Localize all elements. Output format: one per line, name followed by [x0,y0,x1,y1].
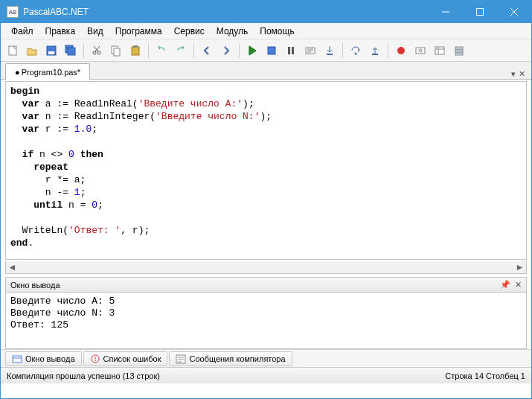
bottom-tab-icon-0 [12,354,22,364]
open-file-button[interactable] [23,42,41,60]
bottom-tab-1[interactable]: Список ошибок [83,351,168,366]
svg-rect-25 [435,47,444,54]
step-into-icon [324,45,336,57]
app-title: PascalABC.NET [23,7,429,17]
svg-rect-21 [372,54,378,55]
code-editor[interactable]: begin var a := ReadlnReal('Введите число… [5,81,527,260]
compile-button[interactable] [301,42,319,60]
svg-rect-8 [68,48,75,55]
output-panel-title: Окно вывода [10,281,60,290]
step-out-button[interactable] [366,42,384,60]
menu-правка[interactable]: Правка [39,24,82,39]
copy-icon [110,45,122,57]
locals-button[interactable] [431,42,449,60]
cut-icon [91,45,103,57]
menu-помощь[interactable]: Помощь [254,24,300,39]
undo-button[interactable] [153,42,170,60]
paste-icon [129,45,141,57]
svg-rect-23 [416,48,425,54]
scroll-left-icon[interactable]: ◄ [6,262,19,273]
horizontal-scrollbar[interactable]: ◄ ► [5,261,527,274]
step-over-button[interactable] [347,42,365,60]
scroll-track[interactable] [19,262,513,273]
app-icon: AB [7,6,19,18]
pin-icon[interactable]: 📌 [500,280,510,290]
step-into-button[interactable] [321,42,339,60]
bottom-tab-icon-2 [176,354,186,364]
run-icon [246,45,258,57]
status-message: Компиляция прошла успешно (13 строк) [7,371,160,380]
svg-rect-12 [114,48,120,56]
close-button[interactable] [497,1,531,23]
pause-button[interactable] [282,42,300,60]
bottom-tab-0[interactable]: Окно вывода [5,351,82,366]
menu-модуль[interactable]: Модуль [211,24,254,39]
menu-сервис[interactable]: Сервис [168,24,211,39]
scroll-right-icon[interactable]: ► [513,262,526,273]
output-close-icon[interactable]: ✕ [515,280,522,290]
new-file-button[interactable] [4,42,22,60]
locals-icon [434,45,446,57]
svg-rect-26 [455,47,463,49]
compile-icon [304,45,316,57]
bottom-tab-2[interactable]: Сообщения компилятора [169,351,292,366]
svg-rect-16 [288,47,290,54]
watch-button[interactable] [411,42,429,60]
minimize-button[interactable] [429,1,463,23]
menu-программа[interactable]: Программа [109,24,168,39]
svg-rect-19 [327,54,333,55]
nav-fwd-icon [220,45,232,57]
svg-rect-14 [133,45,138,48]
nav-fwd-button[interactable] [217,42,235,60]
tab-strip: ● Program10.pas* ▾ ✕ [1,62,531,80]
titlebar: AB PascalABC.NET [1,1,531,23]
tab-program10[interactable]: ● Program10.pas* [5,63,90,80]
paste-button[interactable] [126,42,144,60]
svg-point-9 [93,51,96,54]
svg-point-20 [355,52,357,54]
new-file-icon [7,45,19,57]
cut-button[interactable] [88,42,106,60]
bottom-tab-icon-1 [90,354,100,364]
maximize-button[interactable] [463,1,497,23]
bottom-tab-strip: Окно выводаСписок ошибокСообщения компил… [1,349,531,367]
callstack-icon [453,45,465,57]
menubar: ФайлПравкаВидПрограммаСервисМодульПомощь [1,23,531,39]
toolbar-separator [148,43,149,58]
svg-rect-29 [13,356,22,363]
breakpoint-icon [395,45,407,57]
step-over-icon [350,45,362,57]
modified-dot-icon: ● [15,68,20,77]
tab-dropdown-icon[interactable]: ▾ [511,69,516,79]
toolbar-separator [239,43,240,58]
redo-icon [175,45,187,57]
status-bar: Компиляция прошла успешно (13 строк) Стр… [1,367,531,383]
copy-button[interactable] [107,42,125,60]
run-button[interactable] [243,42,261,60]
breakpoint-button[interactable] [392,42,410,60]
svg-rect-4 [9,46,16,55]
save-button[interactable] [42,42,60,60]
menu-файл[interactable]: Файл [5,24,39,39]
undo-icon [156,45,167,57]
toolbar-separator [388,43,388,58]
callstack-button[interactable] [450,42,468,60]
toolbar-separator [342,43,343,58]
status-cursor-pos: Строка 14 Столбец 1 [445,371,525,380]
menu-вид[interactable]: Вид [81,24,109,39]
svg-rect-15 [268,47,275,54]
toolbar [1,39,531,62]
svg-point-10 [97,51,100,54]
tab-close-icon[interactable]: ✕ [519,69,525,79]
output-panel[interactable]: Введите число A: 5 Введите число N: 3 От… [5,293,527,349]
svg-rect-1 [477,9,484,16]
stop-button[interactable] [263,42,281,60]
svg-rect-27 [455,50,463,52]
svg-rect-28 [455,53,463,55]
save-icon [45,45,57,57]
toolbar-separator [83,43,84,58]
save-all-button[interactable] [62,42,80,60]
redo-button[interactable] [172,42,190,60]
svg-rect-13 [132,47,139,55]
nav-back-button[interactable] [198,42,216,60]
